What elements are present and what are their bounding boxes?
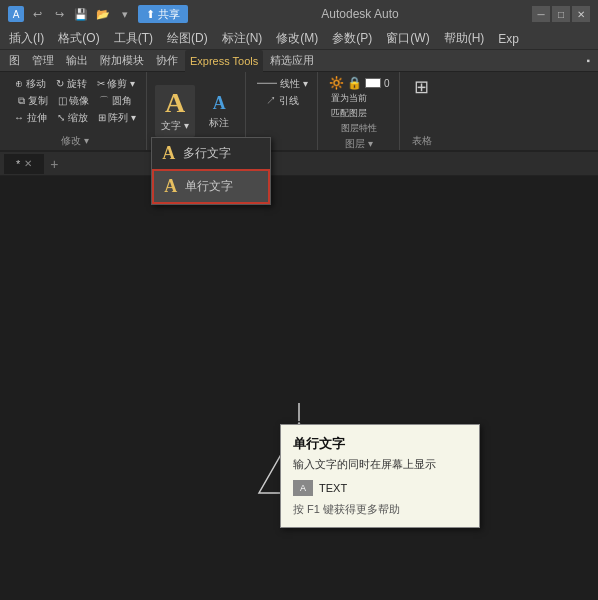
share-button[interactable]: ⬆ 共享 (138, 5, 188, 23)
btn-rotate[interactable]: ↻ 旋转 (52, 76, 91, 92)
tab-express-label: Express Tools (190, 55, 258, 67)
tooltip-cmd-icon: A (293, 480, 313, 496)
layer-row1: 🔆 🔒 0 (329, 76, 390, 90)
table-label: 表格 (412, 132, 432, 148)
qa-dropdown[interactable]: ▾ (116, 5, 134, 23)
ribbon-group-layers: 🔆 🔒 0 置为当前 匹配图层 图层特性 图层 ▾ (320, 72, 400, 150)
menu-addons[interactable]: 附加模块 (95, 50, 149, 72)
btn-fillet[interactable]: ⌒ 圆角 (95, 93, 136, 109)
ribbon-group-table: ⊞ 表格 (402, 72, 442, 150)
menu-collab[interactable]: 协作 (151, 50, 183, 72)
modify-row3: ↔ 拉伸 ⤡ 缩放 ⊞ 阵列 ▾ (10, 110, 140, 126)
menu-insert[interactable]: 插入(I) (2, 28, 51, 50)
tooltip-description: 输入文字的同时在屏幕上显示 (293, 457, 467, 472)
tooltip-title: 单行文字 (293, 435, 467, 453)
btn-text-large[interactable]: A 文字 ▾ (155, 85, 195, 137)
layer-icon: 🔆 (329, 76, 344, 90)
match-layer-btn[interactable]: 匹配图层 (329, 107, 369, 120)
tab-drawing1-label: * (16, 158, 20, 170)
btn-mirror[interactable]: ◫ 镜像 (54, 93, 94, 109)
btn-stretch[interactable]: ↔ 拉伸 (10, 110, 51, 126)
modify-buttons: ⊕ 移动 ↻ 旋转 ✂ 修剪 ▾ ⧉ 复制 ◫ 镜像 ⌒ 圆角 ↔ 拉伸 ⤡ 缩… (10, 76, 140, 132)
annotation-label: 标注 (209, 116, 229, 130)
dropdown-item-multiline[interactable]: A 多行文字 (152, 138, 270, 169)
tab-add-btn[interactable]: + (46, 156, 62, 172)
table-icon[interactable]: ⊞ (414, 76, 429, 98)
menu-format[interactable]: 格式(O) (51, 28, 106, 50)
tooltip-command: TEXT (319, 482, 347, 494)
multiline-label: 多行文字 (183, 145, 231, 162)
tooltip-panel: 单行文字 输入文字的同时在屏幕上显示 A TEXT 按 F1 键获得更多帮助 (280, 424, 480, 528)
menu-manage[interactable]: 管理 (27, 50, 59, 72)
layer-color-swatch (365, 78, 381, 88)
layer-row2: 置为当前 (329, 92, 390, 105)
btn-scale[interactable]: ⤡ 缩放 (53, 110, 92, 126)
menu-annotate[interactable]: 标注(N) (215, 28, 270, 50)
layer-num-label: 0 (384, 78, 390, 89)
layer-icon2: 🔒 (347, 76, 362, 90)
tab-drawing1[interactable]: * ✕ (4, 154, 44, 174)
layer-row3: 匹配图层 (329, 107, 390, 120)
menu-modify[interactable]: 修改(M) (269, 28, 325, 50)
annotation-icon: A (213, 93, 226, 114)
ribbon-group-text: A 文字 ▾ A 多行文字 A 单行文字 (149, 72, 246, 150)
modify-row1: ⊕ 移动 ↻ 旋转 ✂ 修剪 ▾ (11, 76, 139, 92)
singleline-icon: A (164, 176, 177, 197)
btn-copy[interactable]: ⧉ 复制 (14, 93, 52, 109)
text-large-icon: A (165, 89, 185, 117)
drawing-area: 单行文字 输入文字的同时在屏幕上显示 A TEXT 按 F1 键获得更多帮助 (0, 176, 598, 576)
menu-output[interactable]: 输出 (61, 50, 93, 72)
layer-properties-btn[interactable]: 图层特性 (338, 122, 380, 135)
dropdown-item-singleline[interactable]: A 单行文字 (152, 169, 270, 204)
ribbon-group-modify: ⊕ 移动 ↻ 旋转 ✂ 修剪 ▾ ⧉ 复制 ◫ 镜像 ⌒ 圆角 ↔ 拉伸 ⤡ 缩… (4, 72, 147, 150)
linetype-content: ━━ 线性 ▾ ↗ 引线 (254, 76, 311, 146)
minimize-btn[interactable]: ─ (532, 6, 550, 22)
tooltip-f1-hint: 按 F1 键获得更多帮助 (293, 502, 467, 517)
menu-help[interactable]: 帮助(H) (437, 28, 492, 50)
close-btn[interactable]: ✕ (572, 6, 590, 22)
layers-group-label: 图层 ▾ (345, 135, 373, 151)
maximize-btn[interactable]: □ (552, 6, 570, 22)
text-dropdown-menu: A 多行文字 A 单行文字 (151, 137, 271, 205)
undo-btn[interactable]: ↩ (28, 5, 46, 23)
share-label: 共享 (158, 7, 180, 22)
menu-express[interactable]: Exp (491, 28, 526, 50)
window-controls: ─ □ ✕ (532, 6, 590, 22)
menu-draw[interactable]: 绘图(D) (160, 28, 215, 50)
title-bar: A ↩ ↪ 💾 📂 ▾ ⬆ 共享 Autodesk Auto ─ □ ✕ (0, 0, 598, 28)
btn-trim[interactable]: ✂ 修剪 ▾ (93, 76, 140, 92)
menu-tools[interactable]: 工具(T) (107, 28, 160, 50)
open-btn[interactable]: 📂 (94, 5, 112, 23)
layers-content: 🔆 🔒 0 置为当前 匹配图层 (329, 76, 390, 120)
text-annotation-content: A 文字 ▾ A 多行文字 A 单行文字 (155, 76, 239, 146)
menu-window[interactable]: 窗口(W) (379, 28, 436, 50)
tab-express[interactable]: Express Tools (185, 50, 263, 72)
tooltip-command-row: A TEXT (293, 480, 467, 496)
layer-property-btns: 图层特性 (338, 122, 380, 135)
tab-bar: * ✕ + (0, 152, 598, 176)
menu-params[interactable]: 参数(P) (325, 28, 379, 50)
redo-btn[interactable]: ↪ (50, 5, 68, 23)
menu-map[interactable]: 图 (4, 50, 25, 72)
panel-toggle[interactable]: ▪ (582, 50, 594, 72)
modify-row2: ⧉ 复制 ◫ 镜像 ⌒ 圆角 (14, 93, 136, 109)
share-icon: ⬆ (146, 8, 155, 21)
singleline-label: 单行文字 (185, 178, 233, 195)
linetype-btn[interactable]: ━━ 线性 ▾ (254, 76, 311, 92)
tab-close-btn[interactable]: ✕ (24, 158, 32, 169)
set-current-btn[interactable]: 置为当前 (329, 92, 369, 105)
btn-annotation[interactable]: A 标注 (199, 85, 239, 137)
ribbon-panel: ⊕ 移动 ↻ 旋转 ✂ 修剪 ▾ ⧉ 复制 ◫ 镜像 ⌒ 圆角 ↔ 拉伸 ⤡ 缩… (0, 72, 598, 152)
menu-bar: 插入(I) 格式(O) 工具(T) 绘图(D) 标注(N) 修改(M) 参数(P… (0, 28, 598, 50)
btn-move[interactable]: ⊕ 移动 (11, 76, 50, 92)
multiline-icon: A (162, 143, 175, 164)
title-bar-left: A ↩ ↪ 💾 📂 ▾ ⬆ 共享 (8, 5, 188, 23)
text-large-label: 文字 ▾ (161, 119, 189, 133)
leader-btn[interactable]: ↗ 引线 (263, 93, 302, 109)
app-icon: A (8, 6, 24, 22)
tab-select-apps[interactable]: 精选应用 (265, 50, 319, 72)
save-btn[interactable]: 💾 (72, 5, 90, 23)
btn-array[interactable]: ⊞ 阵列 ▾ (94, 110, 141, 126)
text-btn-wrapper: A 文字 ▾ A 多行文字 A 单行文字 (155, 85, 195, 137)
modify-group-label: 修改 ▾ (61, 132, 89, 148)
